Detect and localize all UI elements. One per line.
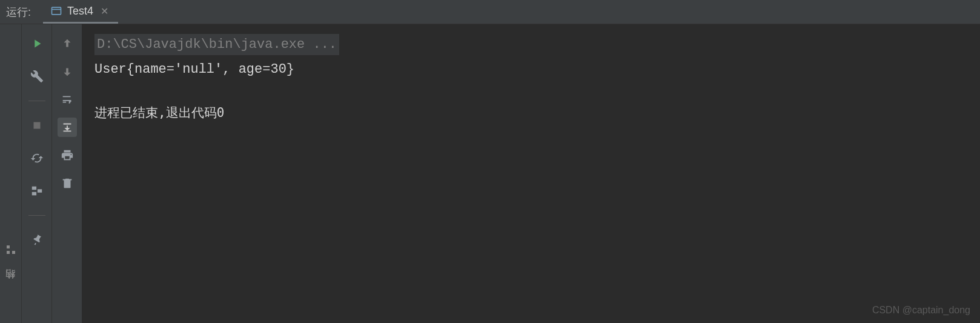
tool-window-stripe: 结构 — [0, 24, 22, 323]
run-panel-header: 运行: Test4 ✕ — [0, 0, 980, 24]
print-icon[interactable] — [58, 145, 77, 165]
settings-button[interactable] — [27, 67, 47, 86]
separator — [28, 101, 45, 101]
run-toolbar-primary — [22, 24, 52, 323]
svg-rect-3 — [7, 251, 10, 254]
command-line: D:\CS\Javajdk\bin\java.exe ... — [94, 34, 339, 55]
layout-button[interactable] — [27, 181, 47, 201]
svg-rect-2 — [7, 245, 10, 248]
run-label: 运行: — [6, 5, 31, 19]
watermark: CSDN @captain_dong — [872, 305, 970, 316]
up-icon[interactable] — [58, 34, 77, 53]
rerun-button[interactable] — [27, 34, 47, 53]
dump-threads-button[interactable] — [27, 148, 47, 168]
svg-rect-8 — [37, 189, 41, 193]
run-toolbar-secondary — [52, 24, 82, 323]
tab-title: Test4 — [67, 5, 93, 18]
application-icon — [50, 5, 62, 17]
run-tab[interactable]: Test4 ✕ — [43, 0, 118, 24]
stop-button[interactable] — [27, 116, 47, 135]
svg-rect-7 — [31, 192, 36, 196]
svg-rect-6 — [31, 187, 36, 190]
exit-message: 进程已结束,退出代码0 — [94, 103, 968, 124]
soft-wrap-icon[interactable] — [58, 90, 77, 109]
separator — [28, 215, 45, 216]
console-output[interactable]: D:\CS\Javajdk\bin\java.exe ... User{name… — [82, 24, 980, 323]
close-icon[interactable]: ✕ — [98, 5, 111, 17]
svg-rect-4 — [12, 251, 15, 254]
structure-tool-icon[interactable] — [5, 244, 16, 258]
clear-all-icon[interactable] — [58, 173, 77, 193]
pin-button[interactable] — [27, 230, 47, 250]
down-icon[interactable] — [58, 62, 77, 81]
scroll-to-end-icon[interactable] — [58, 118, 77, 137]
main-area: 结构 — [0, 24, 980, 323]
output-line: User{name='null', age=30} — [94, 59, 968, 80]
svg-rect-0 — [52, 7, 61, 15]
svg-rect-5 — [33, 122, 40, 129]
